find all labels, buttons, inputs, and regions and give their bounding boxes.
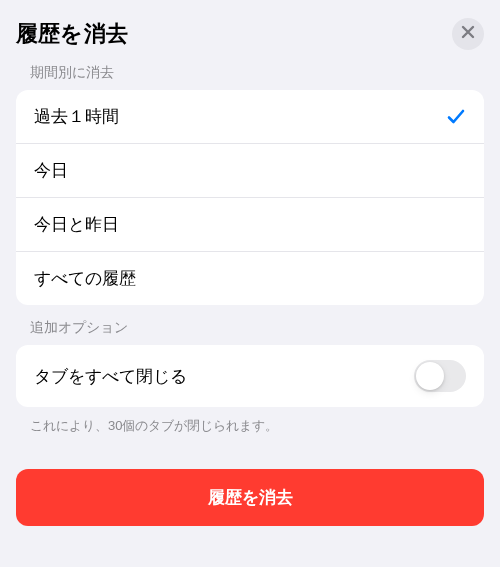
close-all-tabs-toggle[interactable] [414, 360, 466, 392]
timeframe-section-label: 期間別に消去 [30, 64, 480, 82]
timeframe-list: 過去１時間 今日 今日と昨日 すべての履歴 [16, 90, 484, 305]
additional-options-list: タブをすべて閉じる [16, 345, 484, 407]
timeframe-option-today[interactable]: 今日 [16, 143, 484, 197]
clear-history-button[interactable]: 履歴を消去 [16, 469, 484, 526]
checkmark-icon [446, 107, 466, 127]
list-item-label: 今日と昨日 [34, 213, 119, 236]
list-item-label: タブをすべて閉じる [34, 365, 187, 388]
timeframe-option-all-history[interactable]: すべての履歴 [16, 251, 484, 305]
sheet-title: 履歴を消去 [16, 19, 128, 49]
close-tabs-footnote: これにより、30個のタブが閉じられます。 [30, 417, 480, 435]
list-item-label: 今日 [34, 159, 68, 182]
additional-section-label: 追加オプション [30, 319, 480, 337]
close-all-tabs-row[interactable]: タブをすべて閉じる [16, 345, 484, 407]
timeframe-option-last-hour[interactable]: 過去１時間 [16, 90, 484, 143]
close-button[interactable] [452, 18, 484, 50]
clear-history-sheet: 履歴を消去 期間別に消去 過去１時間 今日 今日と昨日 すべての履歴 追加オプシ… [0, 0, 500, 542]
list-item-label: すべての履歴 [34, 267, 136, 290]
toggle-knob [416, 362, 444, 390]
timeframe-option-today-yesterday[interactable]: 今日と昨日 [16, 197, 484, 251]
close-icon [461, 25, 475, 43]
sheet-header: 履歴を消去 [16, 18, 484, 50]
list-item-label: 過去１時間 [34, 105, 119, 128]
